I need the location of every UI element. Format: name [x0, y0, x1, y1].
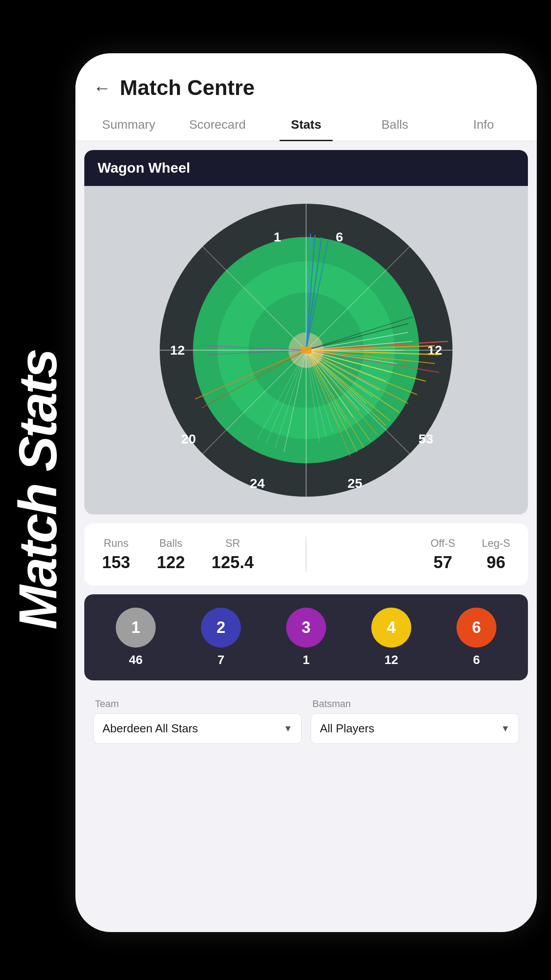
- tab-balls[interactable]: Balls: [350, 109, 439, 141]
- page-title: Match Centre: [120, 75, 255, 100]
- score-circle-label-four: 4: [387, 618, 396, 637]
- runs-label: Runs: [102, 537, 130, 549]
- wagon-wheel-body: 1 6 12 12 20 53 24 25: [84, 186, 528, 514]
- score-circle-one: 2: [201, 608, 241, 648]
- offs-label: Off-S: [430, 537, 455, 549]
- score-circle-four: 4: [371, 608, 411, 648]
- stat-runs: Runs 153: [102, 537, 130, 572]
- stat-offs: Off-S 57: [430, 537, 455, 572]
- side-label: Match Stats: [0, 0, 75, 980]
- score-item-one: 2 7: [201, 608, 241, 667]
- svg-text:12: 12: [170, 343, 185, 357]
- score-circle-label-dot: 1: [131, 618, 140, 637]
- sr-label: SR: [212, 537, 254, 549]
- legs-value: 96: [482, 553, 510, 572]
- score-item-four: 4 12: [371, 608, 411, 667]
- score-count-dot: 46: [129, 653, 142, 667]
- batsman-dropdown[interactable]: All Players ▼: [311, 713, 519, 744]
- stats-card: Runs 153 Balls 122 SR 125.4 Off-S 57: [84, 523, 528, 585]
- team-value: Aberdeen All Stars: [102, 722, 198, 735]
- wagon-wheel-title: Wagon Wheel: [98, 160, 515, 176]
- phone-frame: ← Match Centre Summary Scorecard Stats B…: [75, 53, 537, 932]
- stat-legs: Leg-S 96: [482, 537, 510, 572]
- wagon-wheel-card: Wagon Wheel: [84, 150, 528, 514]
- tab-bar: Summary Scorecard Stats Balls Info: [75, 109, 537, 141]
- svg-text:25: 25: [347, 476, 362, 490]
- svg-text:20: 20: [181, 431, 196, 446]
- svg-text:6: 6: [336, 229, 343, 244]
- stat-balls: Balls 122: [157, 537, 185, 572]
- batsman-dropdown-group: Batsman All Players ▼: [311, 698, 519, 744]
- score-item-two: 3 1: [286, 608, 326, 667]
- svg-text:12: 12: [427, 343, 442, 357]
- offs-value: 57: [430, 553, 455, 572]
- stats-left: Runs 153 Balls 122 SR 125.4: [102, 537, 292, 572]
- batsman-dropdown-arrow: ▼: [501, 723, 510, 734]
- main-content: Wagon Wheel: [75, 141, 537, 762]
- stats-divider: [306, 537, 307, 572]
- score-item-dot: 1 46: [116, 608, 156, 667]
- svg-rect-63: [301, 347, 311, 354]
- batsman-label: Batsman: [311, 698, 519, 710]
- field-container: 1 6 12 12 20 53 24 25: [151, 195, 461, 506]
- team-dropdown-arrow: ▼: [283, 723, 292, 734]
- svg-text:24: 24: [250, 476, 265, 490]
- balls-label: Balls: [157, 537, 185, 549]
- wagon-wheel-header: Wagon Wheel: [84, 150, 528, 186]
- svg-text:53: 53: [418, 431, 433, 446]
- balls-value: 122: [157, 553, 185, 572]
- stat-sr: SR 125.4: [212, 537, 254, 572]
- score-circle-six: 6: [457, 608, 496, 648]
- score-count-one: 7: [217, 653, 224, 667]
- header: ← Match Centre: [75, 53, 537, 109]
- score-circle-label-one: 2: [216, 618, 225, 637]
- score-item-six: 6 6: [457, 608, 496, 667]
- tab-summary[interactable]: Summary: [84, 109, 173, 141]
- team-dropdown[interactable]: Aberdeen All Stars ▼: [93, 713, 302, 744]
- dropdowns-row: Team Aberdeen All Stars ▼ Batsman All Pl…: [84, 689, 528, 753]
- score-circle-dot: 1: [116, 608, 156, 648]
- back-button[interactable]: ←: [93, 79, 111, 97]
- sr-value: 125.4: [212, 553, 254, 572]
- stats-right: Off-S 57 Leg-S 96: [320, 537, 510, 572]
- team-dropdown-group: Team Aberdeen All Stars ▼: [93, 698, 302, 744]
- batsman-value: All Players: [320, 722, 374, 735]
- score-circle-two: 3: [286, 608, 326, 648]
- scoring-card: 1 46 2 7 3 1 4 12: [84, 594, 528, 680]
- tab-scorecard[interactable]: Scorecard: [173, 109, 262, 141]
- score-circle-label-six: 6: [472, 618, 481, 637]
- team-label: Team: [93, 698, 302, 710]
- runs-value: 153: [102, 553, 130, 572]
- score-count-four: 12: [384, 653, 398, 667]
- tab-stats[interactable]: Stats: [262, 109, 350, 141]
- svg-text:1: 1: [274, 229, 281, 244]
- legs-label: Leg-S: [482, 537, 510, 549]
- side-label-text: Match Stats: [7, 350, 68, 629]
- tab-info[interactable]: Info: [439, 109, 528, 141]
- score-circle-label-two: 3: [302, 618, 311, 637]
- score-count-six: 6: [473, 653, 480, 667]
- score-count-two: 1: [303, 653, 310, 667]
